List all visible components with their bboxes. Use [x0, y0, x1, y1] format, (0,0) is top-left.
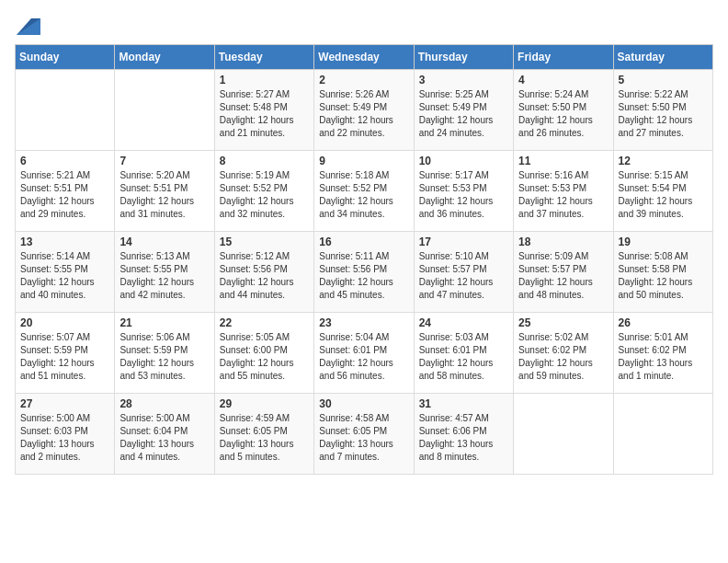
calendar-cell: 23Sunrise: 5:04 AMSunset: 6:01 PMDayligh…	[314, 313, 414, 394]
day-number: 27	[20, 397, 109, 410]
calendar-cell: 16Sunrise: 5:11 AMSunset: 5:56 PMDayligh…	[314, 232, 414, 313]
day-number: 24	[419, 316, 508, 329]
calendar-cell: 27Sunrise: 5:00 AMSunset: 6:03 PMDayligh…	[16, 394, 115, 475]
calendar-cell: 24Sunrise: 5:03 AMSunset: 6:01 PMDayligh…	[414, 313, 513, 394]
cell-content: Sunrise: 5:06 AMSunset: 5:59 PMDaylight:…	[119, 331, 209, 383]
cell-content: Sunrise: 5:27 AMSunset: 5:48 PMDaylight:…	[220, 88, 309, 140]
day-number: 15	[220, 236, 309, 248]
cell-content: Sunrise: 5:10 AMSunset: 5:57 PMDaylight:…	[419, 250, 508, 302]
cell-content: Sunrise: 5:22 AMSunset: 5:50 PMDaylight:…	[619, 88, 708, 140]
calendar-cell: 3Sunrise: 5:25 AMSunset: 5:49 PMDaylight…	[414, 70, 513, 151]
cell-content: Sunrise: 5:25 AMSunset: 5:49 PMDaylight:…	[419, 88, 508, 140]
calendar-cell: 11Sunrise: 5:16 AMSunset: 5:53 PMDayligh…	[514, 151, 613, 232]
cell-content: Sunrise: 5:00 AMSunset: 6:03 PMDaylight:…	[20, 412, 109, 464]
calendar-week-4: 20Sunrise: 5:07 AMSunset: 5:59 PMDayligh…	[16, 313, 713, 394]
calendar-cell	[16, 70, 115, 151]
day-number: 20	[20, 316, 109, 329]
cell-content: Sunrise: 5:24 AMSunset: 5:50 PMDaylight:…	[518, 88, 608, 140]
calendar-cell: 29Sunrise: 4:59 AMSunset: 6:05 PMDayligh…	[214, 394, 313, 475]
column-header-saturday: Saturday	[613, 45, 712, 70]
calendar-cell: 15Sunrise: 5:12 AMSunset: 5:56 PMDayligh…	[214, 232, 313, 313]
column-header-sunday: Sunday	[16, 45, 115, 70]
day-number: 6	[20, 155, 109, 167]
calendar-cell: 8Sunrise: 5:19 AMSunset: 5:52 PMDaylight…	[214, 151, 313, 232]
calendar-cell	[115, 70, 214, 151]
day-number: 21	[119, 316, 209, 329]
cell-content: Sunrise: 5:11 AMSunset: 5:56 PMDaylight:…	[319, 250, 408, 302]
calendar-cell: 7Sunrise: 5:20 AMSunset: 5:51 PMDaylight…	[115, 151, 214, 232]
cell-content: Sunrise: 5:16 AMSunset: 5:53 PMDaylight:…	[518, 169, 608, 221]
calendar-cell: 14Sunrise: 5:13 AMSunset: 5:55 PMDayligh…	[115, 232, 214, 313]
cell-content: Sunrise: 4:58 AMSunset: 6:05 PMDaylight:…	[319, 412, 408, 464]
calendar-cell: 4Sunrise: 5:24 AMSunset: 5:50 PMDaylight…	[514, 70, 613, 151]
calendar-cell: 10Sunrise: 5:17 AMSunset: 5:53 PMDayligh…	[414, 151, 513, 232]
day-number: 31	[419, 397, 508, 410]
calendar-week-3: 13Sunrise: 5:14 AMSunset: 5:55 PMDayligh…	[16, 232, 713, 313]
cell-content: Sunrise: 5:18 AMSunset: 5:52 PMDaylight:…	[319, 169, 408, 221]
day-number: 26	[619, 316, 708, 329]
day-number: 4	[518, 74, 608, 86]
calendar-cell: 20Sunrise: 5:07 AMSunset: 5:59 PMDayligh…	[16, 313, 115, 394]
day-number: 18	[518, 236, 608, 248]
cell-content: Sunrise: 5:15 AMSunset: 5:54 PMDaylight:…	[619, 169, 708, 221]
calendar-cell: 21Sunrise: 5:06 AMSunset: 5:59 PMDayligh…	[115, 313, 214, 394]
day-number: 28	[119, 397, 209, 410]
calendar-cell: 17Sunrise: 5:10 AMSunset: 5:57 PMDayligh…	[414, 232, 513, 313]
calendar-header: SundayMondayTuesdayWednesdayThursdayFrid…	[16, 45, 713, 70]
calendar-week-2: 6Sunrise: 5:21 AMSunset: 5:51 PMDaylight…	[16, 151, 713, 232]
calendar-cell: 13Sunrise: 5:14 AMSunset: 5:55 PMDayligh…	[16, 232, 115, 313]
day-number: 5	[619, 74, 708, 86]
day-number: 19	[619, 236, 708, 248]
day-number: 22	[220, 316, 309, 329]
calendar-cell: 25Sunrise: 5:02 AMSunset: 6:02 PMDayligh…	[514, 313, 613, 394]
cell-content: Sunrise: 5:19 AMSunset: 5:52 PMDaylight:…	[220, 169, 309, 221]
cell-content: Sunrise: 5:20 AMSunset: 5:51 PMDaylight:…	[119, 169, 209, 221]
calendar-week-1: 1Sunrise: 5:27 AMSunset: 5:48 PMDaylight…	[16, 70, 713, 151]
calendar-cell	[613, 394, 712, 475]
cell-content: Sunrise: 5:13 AMSunset: 5:55 PMDaylight:…	[119, 250, 209, 302]
calendar-cell: 2Sunrise: 5:26 AMSunset: 5:49 PMDaylight…	[314, 70, 414, 151]
column-header-tuesday: Tuesday	[214, 45, 313, 70]
calendar-cell: 18Sunrise: 5:09 AMSunset: 5:57 PMDayligh…	[514, 232, 613, 313]
calendar-cell: 12Sunrise: 5:15 AMSunset: 5:54 PMDayligh…	[613, 151, 712, 232]
day-number: 17	[419, 236, 508, 248]
day-number: 11	[518, 155, 608, 167]
cell-content: Sunrise: 5:12 AMSunset: 5:56 PMDaylight:…	[220, 250, 309, 302]
calendar-cell: 22Sunrise: 5:05 AMSunset: 6:00 PMDayligh…	[214, 313, 313, 394]
calendar-cell: 6Sunrise: 5:21 AMSunset: 5:51 PMDaylight…	[16, 151, 115, 232]
column-header-wednesday: Wednesday	[314, 45, 414, 70]
calendar-cell: 9Sunrise: 5:18 AMSunset: 5:52 PMDaylight…	[314, 151, 414, 232]
day-number: 29	[220, 397, 309, 410]
day-number: 14	[119, 236, 209, 248]
column-header-thursday: Thursday	[414, 45, 513, 70]
day-number: 30	[319, 397, 408, 410]
cell-content: Sunrise: 4:59 AMSunset: 6:05 PMDaylight:…	[220, 412, 309, 464]
day-number: 25	[518, 316, 608, 329]
calendar-cell: 19Sunrise: 5:08 AMSunset: 5:58 PMDayligh…	[613, 232, 712, 313]
calendar-week-5: 27Sunrise: 5:00 AMSunset: 6:03 PMDayligh…	[16, 394, 713, 475]
cell-content: Sunrise: 5:01 AMSunset: 6:02 PMDaylight:…	[619, 331, 708, 383]
cell-content: Sunrise: 4:57 AMSunset: 6:06 PMDaylight:…	[419, 412, 508, 464]
calendar-cell: 30Sunrise: 4:58 AMSunset: 6:05 PMDayligh…	[314, 394, 414, 475]
day-number: 9	[319, 155, 408, 167]
column-header-monday: Monday	[115, 45, 214, 70]
cell-content: Sunrise: 5:08 AMSunset: 5:58 PMDaylight:…	[619, 250, 708, 302]
day-number: 7	[119, 155, 209, 167]
day-number: 3	[419, 74, 508, 86]
calendar-cell: 31Sunrise: 4:57 AMSunset: 6:06 PMDayligh…	[414, 394, 513, 475]
cell-content: Sunrise: 5:26 AMSunset: 5:49 PMDaylight:…	[319, 88, 408, 140]
cell-content: Sunrise: 5:02 AMSunset: 6:02 PMDaylight:…	[518, 331, 608, 383]
cell-content: Sunrise: 5:17 AMSunset: 5:53 PMDaylight:…	[419, 169, 508, 221]
header	[15, 15, 713, 37]
day-number: 2	[319, 74, 408, 86]
day-number: 23	[319, 316, 408, 329]
day-number: 12	[619, 155, 708, 167]
day-number: 13	[20, 236, 109, 248]
cell-content: Sunrise: 5:14 AMSunset: 5:55 PMDaylight:…	[20, 250, 109, 302]
day-number: 16	[319, 236, 408, 248]
calendar-cell: 1Sunrise: 5:27 AMSunset: 5:48 PMDaylight…	[214, 70, 313, 151]
calendar-cell: 5Sunrise: 5:22 AMSunset: 5:50 PMDaylight…	[613, 70, 712, 151]
day-number: 8	[220, 155, 309, 167]
cell-content: Sunrise: 5:21 AMSunset: 5:51 PMDaylight:…	[20, 169, 109, 221]
column-header-friday: Friday	[514, 45, 613, 70]
